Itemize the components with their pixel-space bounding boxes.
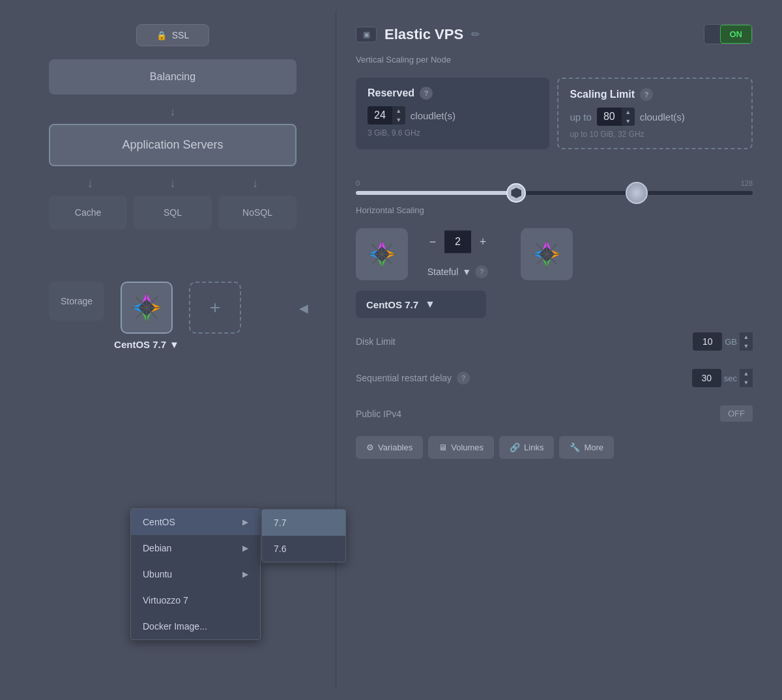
dropdown-chevron: ▼ <box>169 339 179 350</box>
h-scaling-row: − 2 + Stateful ▼ ? <box>356 228 753 280</box>
arrow-down-4: ↓ <box>252 177 258 190</box>
reserved-box: Reserved ? 24 ▲ ▼ cloudlet(s) 3 GiB, 9.6… <box>356 78 549 149</box>
disk-limit-down[interactable]: ▼ <box>740 342 753 351</box>
scaling-limit-arrows: ▲ ▼ <box>622 108 635 126</box>
docker-label: Docker Image... <box>143 621 207 632</box>
os-selector-chevron: ▼ <box>425 299 435 310</box>
variables-icon: ⚙ <box>366 443 374 452</box>
off-label <box>704 25 720 44</box>
scaling-limit-title: Scaling Limit ? <box>570 88 740 101</box>
reserved-down[interactable]: ▼ <box>392 115 405 124</box>
nosql-button[interactable]: NoSQL <box>218 196 297 229</box>
main-container: 🔒 SSL Balancing ↓ Application Servers ↓ … <box>13 11 769 689</box>
scaling-limit-info: up to 10 GiB, 32 GHz <box>570 130 740 139</box>
storage-button[interactable]: Storage <box>49 282 104 321</box>
scaling-limit-input-row: up to 80 ▲ ▼ cloudlet(s) <box>570 108 740 126</box>
panel-divider <box>336 11 336 689</box>
arrow-down-2: ↓ <box>87 177 93 190</box>
reserved-up[interactable]: ▲ <box>392 106 405 115</box>
balancing-button[interactable]: Balancing <box>49 59 297 95</box>
panel-title-area: ▣ Elastic VPS ✏ <box>356 26 480 43</box>
right-panel: ▣ Elastic VPS ✏ ON Vertical Scaling per … <box>340 11 769 689</box>
centos-77[interactable]: 7.7 <box>262 510 345 536</box>
node-count-area: − 2 + Stateful ▼ ? <box>421 230 495 278</box>
restart-delay-help[interactable]: ? <box>457 372 470 385</box>
panel-header: ▣ Elastic VPS ✏ ON <box>356 24 753 44</box>
db-buttons-row: Cache SQL NoSQL <box>49 196 297 229</box>
reserved-info: 3 GiB, 9.6 GHz <box>368 128 538 138</box>
on-toggle[interactable]: ON <box>704 24 753 44</box>
ubuntu-chevron: ▶ <box>242 570 248 579</box>
panel-title: Elastic VPS <box>384 26 463 43</box>
disk-limit-stepper: ▲ ▼ <box>740 332 753 351</box>
arrow-connector: ◀ <box>299 301 308 315</box>
menu-item-docker[interactable]: Docker Image... <box>131 613 260 639</box>
increase-count-button[interactable]: + <box>471 230 495 254</box>
left-panel: 🔒 SSL Balancing ↓ Application Servers ↓ … <box>13 11 332 689</box>
edit-icon[interactable]: ✏ <box>471 28 480 40</box>
scaling-limit-unit: cloudlet(s) <box>640 111 685 123</box>
centos-chevron: ▶ <box>242 518 248 527</box>
reserved-value: 24 <box>368 106 392 124</box>
slider-container: 0 128 <box>356 166 753 195</box>
public-ipv4-toggle[interactable]: OFF <box>720 405 753 422</box>
vertical-scaling-label: Vertical Scaling per Node <box>356 55 753 65</box>
scaling-limit-down[interactable]: ▼ <box>622 117 635 126</box>
os-dropdown-menu: CentOS ▶ 7.7 7.6 Debian ▶ Ubuntu <box>130 508 261 640</box>
restart-delay-down[interactable]: ▼ <box>740 378 753 387</box>
disk-limit-row: Disk Limit 10 GB ▲ ▼ <box>356 328 753 355</box>
node-icon-box-1 <box>356 228 408 280</box>
os-icon-box[interactable] <box>121 282 173 334</box>
reserved-arrows: ▲ ▼ <box>392 106 405 124</box>
slider-handle-limit[interactable] <box>626 182 648 204</box>
decrease-count-button[interactable]: − <box>421 230 444 254</box>
centos-76[interactable]: 7.6 <box>262 536 345 562</box>
cache-button[interactable]: Cache <box>49 196 127 229</box>
restart-delay-up[interactable]: ▲ <box>740 369 753 378</box>
stateful-chevron: ▼ <box>462 267 471 277</box>
arrow-down-3: ↓ <box>169 177 175 190</box>
slider-max: 128 <box>741 179 753 187</box>
menu-item-ubuntu[interactable]: Ubuntu ▶ <box>131 561 260 587</box>
os-selector[interactable]: CentOS 7.7 ▼ <box>356 291 486 318</box>
reserved-stepper: 24 ▲ ▼ <box>368 106 405 124</box>
app-servers-button[interactable]: Application Servers <box>49 124 297 166</box>
ubuntu-label: Ubuntu <box>143 569 172 579</box>
os-dropdown-label[interactable]: CentOS 7.7 ▼ <box>114 339 179 350</box>
menu-item-debian[interactable]: Debian ▶ <box>131 535 260 561</box>
disk-limit-up[interactable]: ▲ <box>740 332 753 342</box>
scaling-limit-up[interactable]: ▲ <box>622 108 635 117</box>
disk-limit-control: 10 GB ▲ ▼ <box>693 332 753 351</box>
ssl-button[interactable]: 🔒 SSL <box>136 24 209 46</box>
reserved-input-row: 24 ▲ ▼ cloudlet(s) <box>368 106 538 124</box>
debian-chevron: ▶ <box>242 544 248 553</box>
sql-button[interactable]: SQL <box>134 196 212 229</box>
menu-item-centos[interactable]: CentOS ▶ 7.7 7.6 <box>131 509 260 535</box>
menu-item-virtuozzo[interactable]: Virtuozzo 7 <box>131 587 260 613</box>
centos-submenu: 7.7 7.6 <box>261 509 346 562</box>
scaling-limit-help-icon[interactable]: ? <box>640 88 653 101</box>
more-icon: 🔧 <box>570 443 580 452</box>
slider-handle-reserved[interactable] <box>506 183 526 203</box>
slider-track[interactable] <box>356 191 753 195</box>
reserved-title: Reserved ? <box>368 87 538 100</box>
stateful-help-icon[interactable]: ? <box>475 265 488 278</box>
tab-variables[interactable]: ⚙ Variables <box>356 436 423 459</box>
restart-delay-label-text: Sequential restart delay <box>356 373 452 383</box>
tab-links[interactable]: 🔗 Links <box>499 436 554 459</box>
volumes-icon: 🖥 <box>439 443 447 452</box>
scaling-limit-label: Scaling Limit <box>570 89 635 100</box>
bottom-row: Storage <box>49 282 297 350</box>
add-node-button[interactable]: + <box>189 282 241 334</box>
public-ipv4-label: Public IPv4 <box>356 409 401 419</box>
scaling-limit-box: Scaling Limit ? up to 80 ▲ ▼ cloudlet(s)… <box>557 78 753 149</box>
stateful-label: Stateful <box>427 267 458 277</box>
restart-delay-label: Sequential restart delay ? <box>356 372 470 385</box>
links-icon: 🔗 <box>510 443 520 452</box>
horizontal-scaling-label: Horizontal Scaling <box>356 205 753 215</box>
reserved-help-icon[interactable]: ? <box>420 87 433 100</box>
tab-volumes[interactable]: 🖥 Volumes <box>428 436 494 459</box>
slider-min: 0 <box>356 179 360 187</box>
tab-more[interactable]: 🔧 More <box>559 436 614 459</box>
stateful-dropdown[interactable]: Stateful ▼ ? <box>427 265 488 278</box>
